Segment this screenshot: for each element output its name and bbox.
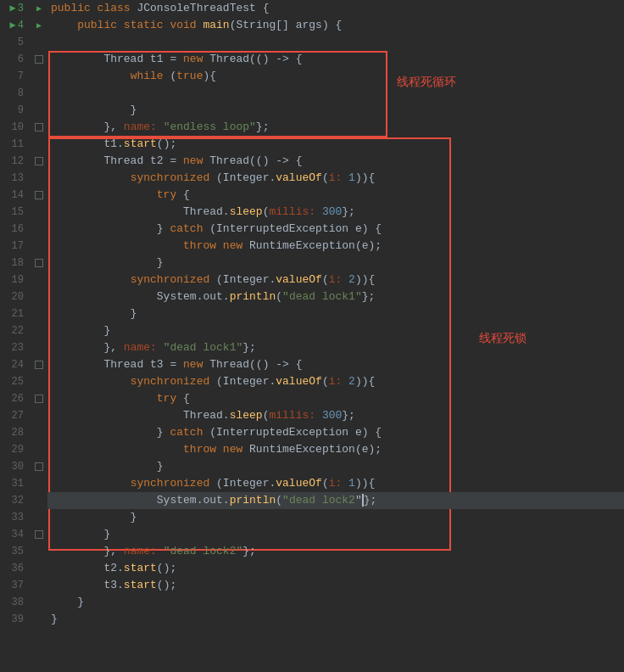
- gutter-icon[interactable]: [31, 322, 47, 339]
- code-content: synchronized (Integer.valueOf(i: 1)){: [47, 170, 624, 187]
- line-number: 23: [0, 339, 31, 356]
- gutter-icon[interactable]: [31, 509, 47, 526]
- code-line-12: 12 Thread t2 = new Thread(() -> {: [0, 153, 624, 170]
- gutter-icon[interactable]: [31, 611, 47, 628]
- code-line-25: 25 synchronized (Integer.valueOf(i: 2)){: [0, 373, 624, 390]
- code-line-21: 21 }: [0, 305, 624, 322]
- code-line-39: 39}: [0, 611, 624, 628]
- code-line-37: 37 t3.start();: [0, 577, 624, 594]
- gutter-icon[interactable]: [31, 424, 47, 441]
- code-content: } catch (InterruptedException e) {: [47, 424, 624, 441]
- code-line-22: 22 }: [0, 322, 624, 339]
- line-number: 14: [0, 187, 31, 204]
- code-line-27: 27 Thread.sleep(millis: 300};: [0, 407, 624, 424]
- code-line-8: 8: [0, 85, 624, 102]
- code-line-26: 26 try {: [0, 390, 624, 407]
- code-content: }: [47, 526, 624, 543]
- gutter-icon[interactable]: [31, 543, 47, 560]
- code-line-14: 14 try {: [0, 187, 624, 204]
- code-line-19: 19 synchronized (Integer.valueOf(i: 2)){: [0, 272, 624, 288]
- gutter-icon[interactable]: [31, 526, 47, 543]
- gutter-icon[interactable]: [31, 407, 47, 424]
- gutter-icon[interactable]: [31, 390, 47, 407]
- line-number: 29: [0, 441, 31, 458]
- gutter-icon[interactable]: [31, 373, 47, 390]
- code-content: Thread t2 = new Thread(() -> {: [47, 153, 624, 170]
- line-number: 12: [0, 153, 31, 170]
- gutter-icon[interactable]: [31, 356, 47, 373]
- code-line-20: 20 System.out.println("dead lock1"};: [0, 288, 624, 305]
- code-content: t2.start();: [47, 560, 624, 577]
- gutter-icon[interactable]: [31, 204, 47, 221]
- code-content: }: [47, 305, 624, 322]
- line-number: 10: [0, 119, 31, 136]
- gutter-icon[interactable]: [31, 34, 47, 51]
- gutter-icon[interactable]: [31, 577, 47, 594]
- gutter-icon[interactable]: [31, 255, 47, 272]
- gutter-icon[interactable]: [31, 441, 47, 458]
- code-line-18: 18 }: [0, 255, 624, 272]
- gutter-icon[interactable]: [31, 339, 47, 356]
- line-number: 24: [0, 356, 31, 373]
- code-line-13: 13 synchronized (Integer.valueOf(i: 1)){: [0, 170, 624, 187]
- code-line-23: 23 }, name: "dead lock1"};: [0, 339, 624, 356]
- line-number: 32: [0, 492, 31, 509]
- code-line-6: 6 Thread t1 = new Thread(() -> {: [0, 51, 624, 68]
- gutter-icon[interactable]: [31, 85, 47, 102]
- code-line-7: 7 while (true){: [0, 68, 624, 85]
- line-number: 25: [0, 373, 31, 390]
- gutter-icon[interactable]: [31, 594, 47, 611]
- code-line-33: 33 }: [0, 509, 624, 526]
- code-line-4: ▶4▶ public static void main(String[] arg…: [0, 17, 624, 34]
- code-content: System.out.println("dead lock2"};: [47, 492, 624, 509]
- code-line-5: 5: [0, 34, 624, 51]
- gutter-icon[interactable]: [31, 288, 47, 305]
- gutter-icon[interactable]: [31, 119, 47, 136]
- line-number: 22: [0, 322, 31, 339]
- gutter-icon[interactable]: [31, 492, 47, 509]
- code-content: public static void main(String[] args) {: [47, 17, 624, 34]
- gutter-icon[interactable]: [31, 458, 47, 475]
- code-content: }, name: "dead lock1"};: [47, 339, 624, 356]
- line-number: ▶3: [0, 0, 31, 17]
- gutter-icon[interactable]: [31, 272, 47, 288]
- line-number: 35: [0, 543, 31, 560]
- gutter-icon[interactable]: [31, 51, 47, 68]
- gutter-icon[interactable]: [31, 305, 47, 322]
- line-number: 28: [0, 424, 31, 441]
- gutter-icon[interactable]: ▶: [31, 17, 47, 34]
- line-number: 13: [0, 170, 31, 187]
- line-number: 15: [0, 204, 31, 221]
- code-content: t1.start();: [47, 136, 624, 153]
- line-number: 7: [0, 68, 31, 85]
- gutter-icon[interactable]: [31, 187, 47, 204]
- gutter-icon[interactable]: [31, 68, 47, 85]
- gutter-icon[interactable]: [31, 102, 47, 119]
- code-content: Thread t3 = new Thread(() -> {: [47, 356, 624, 373]
- gutter-icon[interactable]: ▶: [31, 0, 47, 17]
- code-content: }: [47, 611, 624, 628]
- gutter-icon[interactable]: [31, 238, 47, 255]
- line-number: 20: [0, 288, 31, 305]
- line-number: 9: [0, 102, 31, 119]
- code-content: try {: [47, 390, 624, 407]
- gutter-icon[interactable]: [31, 475, 47, 492]
- code-line-38: 38 }: [0, 594, 624, 611]
- code-content: throw new RuntimeException(e);: [47, 238, 624, 255]
- line-number: 36: [0, 560, 31, 577]
- gutter-icon[interactable]: [31, 170, 47, 187]
- code-editor: 线程死循环 线程死锁 ▶3▶public class JConsoleThrea…: [0, 0, 624, 628]
- code-content: [47, 34, 624, 51]
- code-line-31: 31 synchronized (Integer.valueOf(i: 1)){: [0, 475, 624, 492]
- code-content: try {: [47, 187, 624, 204]
- gutter-icon[interactable]: [31, 136, 47, 153]
- gutter-icon[interactable]: [31, 221, 47, 238]
- gutter-icon[interactable]: [31, 153, 47, 170]
- code-line-10: 10 }, name: "endless loop"};: [0, 119, 624, 136]
- line-number: 17: [0, 238, 31, 255]
- code-content: Thread.sleep(millis: 300};: [47, 204, 624, 221]
- code-content: public class JConsoleThreadTest {: [47, 0, 624, 17]
- line-number: 27: [0, 407, 31, 424]
- code-line-3: ▶3▶public class JConsoleThreadTest {: [0, 0, 624, 17]
- gutter-icon[interactable]: [31, 560, 47, 577]
